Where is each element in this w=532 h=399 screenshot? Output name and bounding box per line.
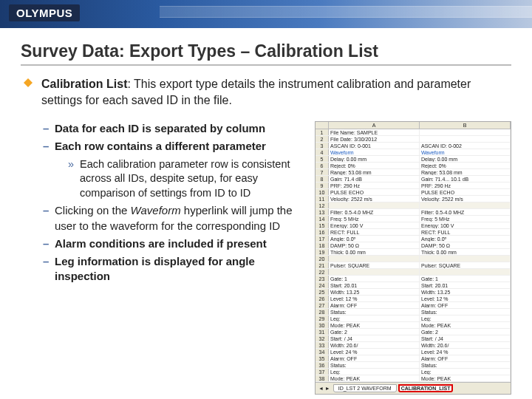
- table-row: 18DAMP: 50 ΩDAMP: 50 Ω: [316, 242, 511, 249]
- table-row: 3ASCAN ID: 0-001ASCAN ID: 0-002: [316, 143, 511, 149]
- sub-bullet-3: Clicking on the Waveform hyperlink will …: [43, 203, 309, 233]
- table-row: 32Start: / J4Start: / J4: [316, 335, 511, 342]
- tab-nav-icon: ◄ ►: [318, 386, 330, 391]
- table-row: 17Angle: 0.0ºAngle: 0.0º: [316, 236, 511, 242]
- sub-bullet-2: Each row contains a different parameter …: [43, 139, 309, 200]
- sub-bullet-3a: Clicking on the: [55, 204, 131, 216]
- sheet-tab-waveform[interactable]: ID_LST 2 WAVEFORM: [333, 384, 397, 392]
- sub-bullet-2-text: Each row contains a different parameter: [55, 140, 266, 152]
- sheet-tab-calibration[interactable]: CALIBRATION_LIST: [398, 384, 454, 392]
- header-decoration: [160, 6, 532, 18]
- table-row: 25Width: 13.25Width: 13.25: [316, 289, 511, 296]
- table-row: 33Width: 20.6/Width: 20.6/: [316, 342, 511, 349]
- table-row: 31Gate: 2Gate: 2: [316, 329, 511, 335]
- slide-title: Survey Data: Export Types – Calibration …: [21, 41, 511, 66]
- table-row: 16RECT: FULLRECT: FULL: [316, 229, 511, 236]
- table-row: 10PULSE ECHOPULSE ECHO: [316, 189, 511, 196]
- sheet-tabs: ◄ ► ID_LST 2 WAVEFORM CALIBRATION_LIST: [316, 382, 511, 394]
- spreadsheet: A B 1File Name: SAMPLE2File Date: 3/30/2…: [315, 121, 511, 395]
- table-row: 12: [316, 202, 511, 209]
- bullet-column: Data for each ID is separated by column …: [21, 121, 309, 287]
- table-row: 34Level: 24 %Level: 24 %: [316, 349, 511, 355]
- spreadsheet-body: 1File Name: SAMPLE2File Date: 3/30/20123…: [316, 129, 511, 382]
- table-row: 29Leg:Leg:: [316, 316, 511, 322]
- table-row: 2File Date: 3/30/2012: [316, 136, 511, 143]
- sub-bullet-5: Leg information is displayed for angle i…: [43, 254, 309, 284]
- brand-logo: OLYMPUS: [9, 4, 80, 21]
- spreadsheet-col-headers: A B: [316, 122, 511, 129]
- col-header-a: A: [329, 122, 420, 129]
- table-row: 5Delay: 0.00 mmDelay: 0.00 mm: [316, 156, 511, 163]
- table-row: 4WaveformWaveform: [316, 149, 511, 156]
- table-row: 36Status:Status:: [316, 362, 511, 369]
- table-row: 19Thick: 0.00 mmThick: 0.00 mm: [316, 249, 511, 256]
- slide-content: Survey Data: Export Types – Calibration …: [0, 28, 532, 395]
- table-row: 15Energy: 100 VEnergy: 100 V: [316, 222, 511, 229]
- waveform-term: Waveform: [131, 204, 181, 216]
- table-row: 14Freq: 5 MHzFreq: 5 MHz: [316, 216, 511, 222]
- spreadsheet-preview: A B 1File Name: SAMPLE2File Date: 3/30/2…: [315, 121, 511, 395]
- intro-label: Calibration List: [41, 78, 127, 90]
- table-row: 27Alarm: OFFAlarm: OFF: [316, 302, 511, 309]
- intro-bullet: Calibration List: This export type detai…: [21, 76, 511, 108]
- table-row: 1File Name: SAMPLE: [316, 129, 511, 136]
- table-row: 23Gate: 1Gate: 1: [316, 276, 511, 282]
- table-row: 26Level: 12 %Level: 12 %: [316, 296, 511, 302]
- table-row: 24Start: 20.01Start: 20.01: [316, 282, 511, 289]
- table-row: 20: [316, 256, 511, 262]
- table-row: 7Range: 53.08 mmRange: 53.08 mm: [316, 169, 511, 176]
- nested-bullet-1: Each calibration parameter row is consis…: [68, 157, 309, 201]
- table-row: 6Reject: 0%Reject: 0%: [316, 163, 511, 169]
- table-row: 11Velocity: 2522 m/sVelocity: 2522 m/s: [316, 196, 511, 202]
- brand-header: OLYMPUS: [0, 0, 532, 28]
- table-row: 21Pulser: SQUAREPulser: SQUARE: [316, 262, 511, 269]
- table-row: 8Gain: 71.4 dBGain: 71.4... 10.1 dB: [316, 176, 511, 183]
- intro-text: Calibration List: This export type detai…: [41, 76, 511, 108]
- sub-bullet-4: Alarm conditions are included if present: [43, 236, 309, 251]
- table-row: 35Alarm: OFFAlarm: OFF: [316, 355, 511, 362]
- table-row: 28Status:Status:: [316, 309, 511, 316]
- table-row: 13Filter: 0.5-4.0 MHZFilter: 0.5-4.0 MHZ: [316, 209, 511, 216]
- sub-bullet-1: Data for each ID is separated by column: [43, 121, 309, 136]
- diamond-bullet-icon: [24, 74, 33, 83]
- table-row: 22: [316, 269, 511, 276]
- table-row: 38Mode: PEAKMode: PEAK: [316, 375, 511, 382]
- table-row: 9PRF: 290 HzPRF: 290 Hz: [316, 183, 511, 189]
- table-row: 37Leg:Leg:: [316, 369, 511, 375]
- table-row: 30Mode: PEAKMode: PEAK: [316, 322, 511, 329]
- col-header-b: B: [420, 122, 511, 129]
